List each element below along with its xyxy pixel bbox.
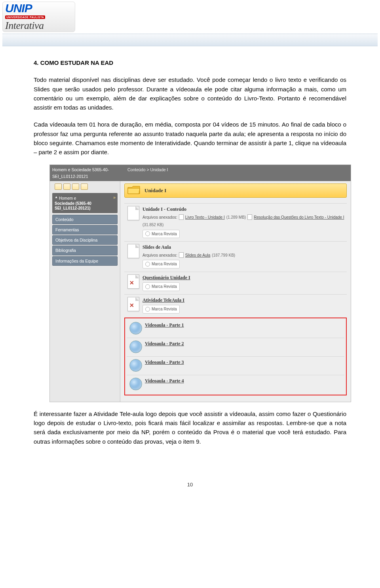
tool-icon[interactable] (72, 183, 79, 190)
quiz-icon (127, 274, 139, 289)
attachment-link[interactable]: Livro Texto - Unidade I (185, 214, 225, 221)
expand-icon: » (113, 195, 116, 200)
paragraph-3: É interessante fazer a Atividade Tele-au… (34, 409, 346, 446)
breadcrumb-path: Conteúdo > Unidade I (127, 166, 168, 180)
video-link[interactable]: Videoaula - Parte 1 (145, 321, 344, 329)
attachment-link[interactable]: Slides de Aula (185, 252, 210, 259)
globe-icon (129, 359, 142, 372)
tool-icon[interactable] (63, 183, 70, 190)
attach-label: Arquivos anexados: (142, 252, 177, 259)
attachments-row: Arquivos anexados: Livro Texto - Unidade… (142, 214, 347, 228)
file-size: (187.799 KB) (212, 252, 235, 259)
unit-title: Unidade I (144, 187, 166, 193)
item-title[interactable]: Questionário Unidade I (142, 274, 347, 282)
sidebar: » ▲ Homem e Sociedade (5365-40 SEI_LL011… (50, 181, 120, 402)
document-body: 4. COMO ESTUDAR NA EAD Todo material dis… (0, 46, 380, 478)
tool-icon[interactable] (55, 183, 62, 190)
page-number: 10 (0, 478, 380, 503)
sidebar-item-equipe[interactable]: Informações da Equipe (52, 256, 118, 266)
file-icon (179, 214, 184, 220)
brand-sub: Interativa (5, 20, 72, 32)
circle-icon (145, 231, 150, 236)
content-item: Videoaula - Parte 3 (127, 356, 344, 375)
content-item: Atividade TeleAula I Marca Revista (124, 294, 347, 317)
marca-revista-button[interactable]: Marca Revista (142, 230, 180, 238)
marca-revista-button[interactable]: Marca Revista (142, 305, 180, 314)
attachments-row: Arquivos anexados: Slides de Aula (187.7… (142, 252, 347, 259)
item-title[interactable]: Atividade TeleAula I (142, 297, 347, 304)
circle-icon (145, 284, 150, 289)
tool-icon[interactable] (81, 183, 88, 190)
file-icon (247, 214, 252, 220)
sidebar-item-conteudo[interactable]: Conteúdo (52, 215, 118, 224)
content-item: Slides de Aula Arquivos anexados: Slides… (124, 241, 347, 272)
folder-icon (127, 185, 141, 195)
sidebar-course-title[interactable]: » ▲ Homem e Sociedade (5365-40 SEI_LL011… (52, 193, 118, 213)
content-item: Videoaula - Parte 2 (127, 338, 344, 356)
content-area: Unidade I Unidade I - Conteúdo Arquivos … (120, 181, 351, 402)
menu-strip (2, 34, 378, 46)
content-item: Unidade I - Conteúdo Arquivos anexados: … (124, 203, 347, 241)
globe-icon (129, 378, 142, 390)
breadcrumb: Homem e Sociedade 5365-40-SEI_LL0112-201… (50, 165, 351, 181)
brand-badge: UNIVERSIDADE PAULISTA (5, 15, 45, 19)
marca-revista-button[interactable]: Marca Revista (142, 282, 180, 291)
circle-icon (145, 262, 150, 267)
brand-name: UNIP (5, 3, 72, 13)
document-icon (127, 206, 139, 220)
item-title[interactable]: Unidade I - Conteúdo (142, 206, 347, 213)
sidebar-item-bibliografia[interactable]: Bibliografia (52, 246, 118, 255)
item-title[interactable]: Slides de Aula (142, 244, 347, 251)
sidebar-tool-buttons (52, 183, 118, 190)
paragraph-2: Cada vídeoaula tem 01 hora de duração, e… (34, 120, 346, 157)
circle-icon (145, 307, 150, 312)
video-link[interactable]: Videoaula - Parte 2 (145, 340, 344, 348)
video-link[interactable]: Videoaula - Parte 4 (145, 377, 344, 385)
page-header: UNIP UNIVERSIDADE PAULISTA Interativa (0, 0, 380, 46)
attachment-link[interactable]: Resolução das Questões do Livro Texto - … (254, 214, 344, 221)
file-size: (31.852 KB) (142, 222, 163, 228)
content-item: Questionário Unidade I Marca Revista (124, 272, 347, 294)
content-item: Videoaula - Parte 1 (127, 320, 344, 338)
section-heading: 4. COMO ESTUDAR NA EAD (34, 58, 346, 67)
brand-logo: UNIP UNIVERSIDADE PAULISTA Interativa (2, 2, 75, 32)
quiz-icon (127, 297, 139, 311)
sidebar-item-ferramentas[interactable]: Ferramentas (52, 225, 118, 234)
marca-revista-button[interactable]: Marca Revista (142, 260, 180, 268)
paragraph-1: Todo material disponível nas disciplinas… (34, 75, 346, 112)
video-link[interactable]: Videoaula - Parte 3 (145, 359, 344, 366)
document-icon (127, 244, 139, 258)
unit-title-bar: Unidade I (124, 183, 347, 198)
file-size: (1.289 MB) (226, 214, 246, 221)
lms-screenshot: Homem e Sociedade 5365-40-SEI_LL0112-201… (49, 164, 351, 402)
highlight-box: Videoaula - Parte 1 Videoaula - Parte 2 … (124, 318, 347, 395)
globe-icon (129, 340, 142, 353)
breadcrumb-course: Homem e Sociedade 5365-40-SEI_LL0112-201… (52, 166, 127, 180)
attach-label: Arquivos anexados: (142, 214, 177, 221)
content-item: Videoaula - Parte 4 (127, 375, 344, 393)
sidebar-item-objetivos[interactable]: Objetivos da Disciplina (52, 235, 118, 245)
globe-icon (129, 322, 142, 335)
file-icon (179, 252, 184, 258)
